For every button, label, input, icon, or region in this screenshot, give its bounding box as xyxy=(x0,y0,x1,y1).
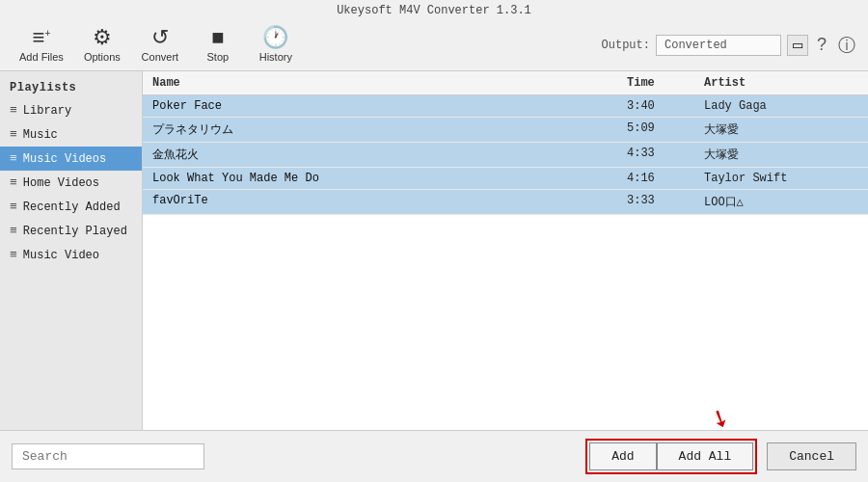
history-button[interactable]: 🕐 History xyxy=(247,23,305,67)
title-bar: Ukeysoft M4V Converter 1.3.1 xyxy=(0,0,868,19)
sidebar-item-label: Home Videos xyxy=(23,176,99,190)
options-button[interactable]: ⚙ Options xyxy=(73,23,131,67)
cell-name: favOriTe xyxy=(152,194,627,210)
add-group: ➘ Add Add All xyxy=(585,439,757,474)
library-icon: ≡ xyxy=(10,103,17,118)
col-header-artist: Artist xyxy=(704,76,858,90)
app-container: Ukeysoft M4V Converter 1.3.1 ≡+ Add File… xyxy=(0,0,868,482)
cell-time: 5:09 xyxy=(627,121,704,138)
info-button[interactable]: ⓘ xyxy=(835,34,858,57)
sidebar-item-music-video[interactable]: ≡ Music Video xyxy=(0,243,142,267)
cell-time: 3:40 xyxy=(627,99,704,113)
help-button[interactable]: ? xyxy=(814,35,829,55)
sidebar-item-home-videos[interactable]: ≡ Home Videos xyxy=(0,171,142,195)
output-input[interactable] xyxy=(656,35,781,56)
music-icon: ≡ xyxy=(10,127,17,142)
convert-icon: ↺ xyxy=(151,27,169,48)
bottom-bar: ➘ Add Add All Cancel xyxy=(0,430,868,482)
sidebar-section-header: Playlists xyxy=(0,75,142,98)
stop-button[interactable]: ■ Stop xyxy=(189,23,247,67)
sidebar-item-label: Library xyxy=(23,104,71,118)
cell-artist: 大塚愛 xyxy=(704,121,858,138)
sidebar-item-label: Recently Played xyxy=(23,225,127,238)
table-row[interactable]: favOriTe 3:33 LOO口△ xyxy=(143,190,868,215)
cell-name: Poker Face xyxy=(152,99,627,113)
sidebar-item-recently-played[interactable]: ≡ Recently Played xyxy=(0,219,142,243)
output-folder-button[interactable]: ▭ xyxy=(787,35,808,56)
app-title: Ukeysoft M4V Converter 1.3.1 xyxy=(337,4,531,17)
toolbar: ≡+ Add Files ⚙ Options ↺ Convert ■ Stop … xyxy=(0,19,868,71)
sidebar-item-library[interactable]: ≡ Library xyxy=(0,98,142,122)
home-videos-icon: ≡ xyxy=(10,175,17,190)
sidebar-item-label: Music Video xyxy=(23,249,99,262)
add-files-label: Add Files xyxy=(19,51,64,63)
cell-time: 4:16 xyxy=(627,172,704,185)
convert-label: Convert xyxy=(142,51,179,63)
sidebar-item-label: Music xyxy=(23,128,58,142)
table-row[interactable]: 金魚花火 4:33 大塚愛 xyxy=(143,143,868,168)
table-row[interactable]: Look What You Made Me Do 4:16 Taylor Swi… xyxy=(143,168,868,190)
add-files-button[interactable]: ≡+ Add Files xyxy=(10,23,73,67)
table-body: Poker Face 3:40 Lady Gaga プラネタリウム 5:09 大… xyxy=(143,95,868,430)
cell-time: 3:33 xyxy=(627,194,704,210)
search-input[interactable] xyxy=(12,443,204,469)
options-label: Options xyxy=(84,51,121,63)
main-area: Playlists ≡ Library ≡ Music ≡ Music Vide… xyxy=(0,71,868,430)
content-area: Name Time Artist Poker Face 3:40 Lady Ga… xyxy=(143,71,868,430)
cell-name: Look What You Made Me Do xyxy=(152,172,627,185)
output-label: Output: xyxy=(602,39,650,52)
sidebar-item-label: Music Videos xyxy=(23,152,106,166)
table-header: Name Time Artist xyxy=(143,71,868,95)
col-header-name: Name xyxy=(152,76,627,90)
cell-artist: 大塚愛 xyxy=(704,147,858,163)
folder-icon: ▭ xyxy=(792,38,803,52)
convert-button[interactable]: ↺ Convert xyxy=(131,23,189,67)
history-icon: 🕐 xyxy=(262,27,288,48)
recently-added-icon: ≡ xyxy=(10,200,17,214)
sidebar: Playlists ≡ Library ≡ Music ≡ Music Vide… xyxy=(0,71,143,430)
add-group-box: Add Add All xyxy=(585,439,757,474)
sidebar-item-music-videos[interactable]: ≡ Music Videos xyxy=(0,147,142,171)
info-icon: ⓘ xyxy=(838,36,855,55)
cell-name: プラネタリウム xyxy=(152,121,627,138)
sidebar-item-label: Recently Added xyxy=(23,201,121,214)
cancel-button[interactable]: Cancel xyxy=(767,442,856,470)
output-row: Output: ▭ ? ⓘ xyxy=(602,34,858,57)
history-label: History xyxy=(259,51,292,63)
add-all-button[interactable]: Add All xyxy=(657,442,754,470)
cell-artist: Taylor Swift xyxy=(704,172,858,185)
help-icon: ? xyxy=(817,35,827,54)
music-videos-icon: ≡ xyxy=(10,151,17,166)
col-header-time: Time xyxy=(627,76,704,90)
add-files-icon: ≡+ xyxy=(33,27,51,48)
stop-label: Stop xyxy=(207,51,230,63)
sidebar-item-recently-added[interactable]: ≡ Recently Added xyxy=(0,195,142,219)
recently-played-icon: ≡ xyxy=(10,224,17,238)
options-icon: ⚙ xyxy=(93,27,112,48)
music-video-icon: ≡ xyxy=(10,248,17,262)
sidebar-item-music[interactable]: ≡ Music xyxy=(0,122,142,147)
cell-time: 4:33 xyxy=(627,147,704,163)
stop-icon: ■ xyxy=(211,27,224,48)
table-row[interactable]: Poker Face 3:40 Lady Gaga xyxy=(143,95,868,118)
table-row[interactable]: プラネタリウム 5:09 大塚愛 xyxy=(143,118,868,143)
cell-artist: Lady Gaga xyxy=(704,99,858,113)
add-button[interactable]: Add xyxy=(589,442,656,470)
cell-artist: LOO口△ xyxy=(704,194,858,210)
cell-name: 金魚花火 xyxy=(152,147,627,163)
